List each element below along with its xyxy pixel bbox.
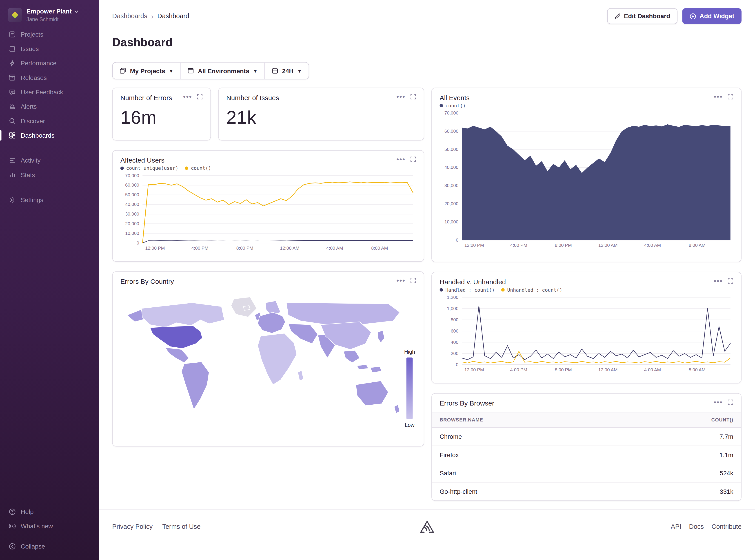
sidebar-item-whats-new[interactable]: What's new [0,519,99,533]
widget-menu-button[interactable]: ••• [714,400,723,405]
privacy-policy-link[interactable]: Privacy Policy [112,523,153,530]
chevron-down-icon [74,10,78,13]
widget-menu-button[interactable]: ••• [396,278,405,283]
releases-icon [9,74,16,81]
region-europe [258,312,285,333]
svg-text:12:00 AM: 12:00 AM [598,367,618,372]
region-iceland [243,306,250,310]
chart-legend: Handled : count() Unhandled : count() [440,287,733,293]
sidebar-item-collapse[interactable]: Collapse [0,539,99,553]
svg-text:30,000: 30,000 [444,183,459,188]
time-range-filter[interactable]: 24H ▼ [264,63,309,79]
svg-text:30,000: 30,000 [125,212,139,217]
svg-text:4:00 PM: 4:00 PM [510,243,527,248]
contribute-link[interactable]: Contribute [712,523,741,530]
expand-widget-button[interactable] [197,94,203,100]
alerts-icon [9,103,16,110]
widget-menu-button[interactable]: ••• [396,94,405,99]
region-australia [356,381,388,405]
region-madagascar [298,371,303,381]
svg-text:1,200: 1,200 [447,295,459,300]
sidebar-item-alerts[interactable]: Alerts [0,99,99,114]
handled-unhandled-chart: 02004006008001,0001,20012:00 PM4:00 PM8:… [440,294,733,373]
widget-number-of-errors: Number of Errors ••• 16m [112,87,211,141]
org-switcher[interactable]: Empower Plant Jane Schmidt [0,7,99,27]
svg-text:60,000: 60,000 [125,183,139,187]
primary-nav: Projects Issues Performance Releases Use… [0,27,99,142]
sidebar-item-issues[interactable]: Issues [0,41,99,56]
svg-text:40,000: 40,000 [125,202,139,207]
svg-text:8:00 AM: 8:00 AM [371,246,388,251]
sidebar-item-stats[interactable]: Stats [0,167,99,182]
svg-text:12:00 PM: 12:00 PM [464,243,484,248]
table-row: Safari 524k [432,464,741,482]
sidebar-item-projects[interactable]: Projects [0,27,99,41]
environments-filter[interactable]: All Environments ▼ [180,63,264,79]
widget-menu-button[interactable]: ••• [714,94,723,99]
sidebar-item-help[interactable]: Help [0,504,99,519]
svg-text:12:00 PM: 12:00 PM [145,246,165,251]
legend-dot [440,104,443,107]
widget-title: Errors By Browser [440,399,494,407]
add-widget-button[interactable]: Add Widget [682,8,741,24]
svg-text:0: 0 [456,362,459,367]
settings-nav: Settings [0,193,99,207]
org-logo-icon [11,11,19,19]
sidebar-item-dashboards[interactable]: Dashboards [0,128,99,142]
edit-dashboard-button[interactable]: Edit Dashboard [607,8,677,24]
sidebar-item-releases[interactable]: Releases [0,70,99,85]
sidebar-item-activity[interactable]: Activity [0,153,99,167]
docs-link[interactable]: Docs [689,523,704,530]
time-range-label: 24H [282,67,293,74]
sidebar-item-performance[interactable]: Performance [0,56,99,70]
sidebar: Empower Plant Jane Schmidt Projects Issu… [0,0,99,560]
collapse-icon [9,542,16,550]
sidebar-item-label: Dashboards [21,132,54,139]
sidebar-item-settings[interactable]: Settings [0,193,99,207]
widget-menu-button[interactable]: ••• [714,279,723,283]
browser-name: Firefox [440,451,459,459]
dashboards-icon [9,132,16,139]
svg-text:4:00 PM: 4:00 PM [510,367,527,372]
page-title: Dashboard [99,24,755,49]
svg-text:12:00 PM: 12:00 PM [464,367,484,372]
expand-widget-button[interactable] [728,399,733,405]
svg-text:4:00 AM: 4:00 AM [644,367,661,372]
page-footer: Privacy Policy Terms of Use API Docs Con… [99,509,755,543]
widget-title: Errors By Country [120,278,174,285]
secondary-nav: Activity Stats [0,153,99,182]
svg-text:4:00 AM: 4:00 AM [644,243,661,248]
legend-dot [440,288,443,292]
svg-text:8:00 AM: 8:00 AM [689,243,705,248]
svg-text:8:00 PM: 8:00 PM [555,243,572,248]
svg-text:400: 400 [451,340,459,345]
widget-menu-button[interactable]: ••• [183,94,192,99]
breadcrumb-dashboards[interactable]: Dashboards [112,13,147,20]
activity-icon [9,157,16,164]
issues-count-value: 21k [226,107,416,128]
api-link[interactable]: API [671,523,681,530]
widget-menu-button[interactable]: ••• [396,157,405,162]
browser-count: 7.7m [719,433,733,440]
breadcrumb: Dashboards › Dashboard [112,12,189,20]
expand-widget-button[interactable] [410,278,416,283]
svg-text:70,000: 70,000 [125,173,139,178]
user-feedback-icon [9,88,16,96]
table-row: Go-http-client 331k [432,482,741,500]
browser-count: 1.1m [719,451,733,459]
expand-widget-button[interactable] [410,94,416,100]
terms-of-use-link[interactable]: Terms of Use [162,523,200,530]
issues-icon [9,45,16,52]
sidebar-item-discover[interactable]: Discover [0,114,99,128]
projects-filter-label: My Projects [130,67,165,74]
map-legend-low: Low [405,422,414,428]
sidebar-item-user-feedback[interactable]: User Feedback [0,85,99,99]
projects-filter[interactable]: My Projects ▼ [113,63,180,79]
widget-errors-by-country: Errors By Country ••• [112,272,424,446]
map-legend: High Low [404,349,415,428]
expand-widget-button[interactable] [728,278,733,284]
svg-text:8:00 AM: 8:00 AM [689,367,705,372]
expand-widget-button[interactable] [410,156,416,162]
expand-widget-button[interactable] [728,94,733,100]
region-canada [141,303,224,327]
